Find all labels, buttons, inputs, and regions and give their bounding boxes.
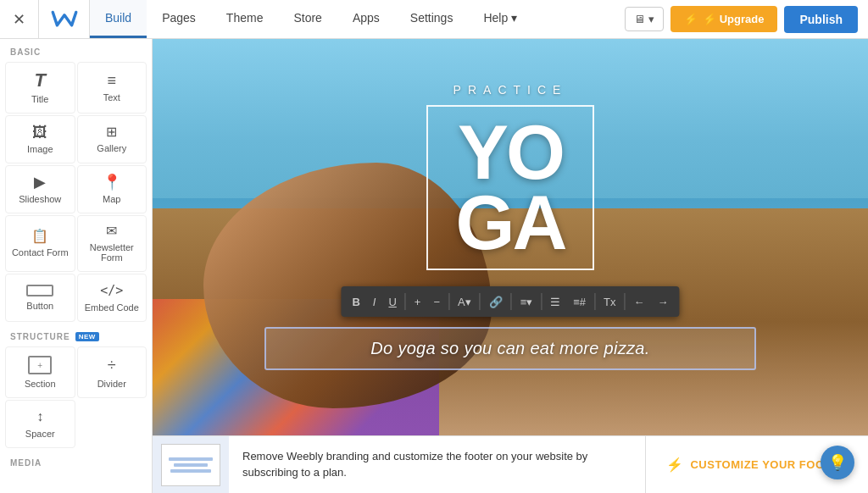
text-toolbar: B I U + − A▾ 🔗 ≡▾ ☰ ≡# Tx ← → [341, 286, 679, 317]
canvas-area: PRACTICE YOGA B I U + − A▾ 🔗 ≡▾ ☰ ≡# Tx … [153, 39, 868, 493]
toolbar-italic[interactable]: I [367, 292, 382, 312]
slideshow-label: Slideshow [19, 194, 61, 204]
toolbar-list-ordered[interactable]: ≡# [567, 292, 592, 312]
publish-button[interactable]: Publish [784, 6, 858, 33]
text-label: Text [103, 92, 120, 102]
divider-label: Divider [97, 379, 126, 389]
toolbar-align[interactable]: ≡▾ [515, 292, 539, 312]
editable-text-container[interactable]: Do yoga so you can eat more pizza. [264, 327, 756, 370]
sidebar-item-divider[interactable]: ÷ Divider [77, 346, 147, 398]
structure-label: STRUCTURE [10, 332, 70, 341]
title-icon: T [35, 71, 46, 90]
lightbulb-icon: 💡 [828, 453, 847, 472]
sidebar-item-contact-form[interactable]: 📋 Contact Form [5, 215, 75, 272]
lightning-icon: ⚡ [684, 13, 698, 25]
tab-apps[interactable]: Apps [337, 0, 395, 38]
tab-pages[interactable]: Pages [147, 0, 211, 38]
newsletter-icon: ✉ [106, 224, 117, 238]
spacer-label: Spacer [25, 429, 55, 439]
tab-settings[interactable]: Settings [395, 0, 469, 38]
nav-tabs: Build Pages Theme Store Apps Settings He… [90, 0, 615, 38]
title-label: Title [31, 94, 48, 104]
toolbar-bold[interactable]: B [346, 292, 365, 312]
sidebar-item-newsletter-form[interactable]: ✉ Newsletter Form [77, 215, 147, 272]
slideshow-icon: ▶ [34, 174, 46, 190]
footer-message: Remove Weebly branding and customize the… [229, 449, 645, 479]
map-label: Map [103, 194, 120, 204]
sidebar-item-text[interactable]: ≡ Text [77, 62, 147, 114]
image-icon: 🖼 [32, 125, 47, 140]
footer-banner: Remove Weebly branding and customize the… [153, 435, 868, 493]
toolbar-add[interactable]: + [409, 292, 427, 312]
yoga-box: YOGA [426, 105, 594, 270]
contact-form-label: Contact Form [12, 247, 69, 258]
section-label: Section [25, 379, 56, 389]
sidebar-item-map[interactable]: 📍 Map [77, 165, 147, 213]
close-button[interactable]: ✕ [0, 0, 39, 39]
embed-icon: </> [100, 283, 123, 298]
embed-label: Embed Code [85, 302, 139, 313]
tab-build[interactable]: Build [90, 0, 147, 38]
image-label: Image [27, 144, 53, 154]
editable-text: Do yoga so you can eat more pizza. [370, 339, 649, 357]
toolbar-underline[interactable]: U [382, 292, 402, 312]
upgrade-button[interactable]: ⚡ ⚡ Upgrade [670, 6, 777, 32]
sidebar-item-title[interactable]: T Title [5, 62, 75, 114]
toolbar-remove[interactable]: − [427, 292, 446, 312]
practice-text: PRACTICE [453, 83, 568, 97]
tab-store[interactable]: Store [278, 0, 337, 38]
new-badge: NEW [75, 332, 99, 341]
monitor-icon: 🖥 [634, 13, 645, 25]
divider-icon: ÷ [108, 357, 116, 374]
button-icon [26, 285, 53, 296]
tab-help[interactable]: Help ▾ [468, 0, 532, 38]
text-icon: ≡ [107, 73, 116, 88]
toolbar-link[interactable]: 🔗 [483, 292, 509, 312]
sidebar-item-slideshow[interactable]: ▶ Slideshow [5, 165, 75, 213]
contact-form-icon: 📋 [31, 230, 48, 243]
sidebar-item-spacer[interactable]: ↕ Spacer [5, 400, 75, 448]
main-layout: BASIC T Title ≡ Text 🖼 Image ⊞ Gallery [0, 39, 868, 493]
sidebar-item-section[interactable]: + Section [5, 346, 75, 398]
toolbar-clear-format[interactable]: Tx [598, 292, 621, 312]
button-label: Button [26, 301, 53, 311]
weebly-logo [39, 0, 90, 39]
sidebar-section-media: MEDIA [0, 450, 152, 471]
help-bubble[interactable]: 💡 [821, 446, 854, 479]
gallery-label: Gallery [97, 143, 126, 153]
newsletter-label: Newsletter Form [81, 242, 143, 263]
map-icon: 📍 [103, 174, 121, 190]
sidebar-item-gallery[interactable]: ⊞ Gallery [77, 115, 147, 163]
sidebar-item-image[interactable]: 🖼 Image [5, 115, 75, 163]
section-icon: + [28, 356, 52, 374]
sidebar-section-basic: BASIC [0, 39, 152, 60]
toolbar-redo[interactable]: → [652, 292, 675, 312]
sidebar: BASIC T Title ≡ Text 🖼 Image ⊞ Gallery [0, 39, 153, 493]
toolbar-undo[interactable]: ← [628, 292, 651, 312]
top-nav: ✕ Build Pages Theme Store Apps Settin [0, 0, 868, 39]
toolbar-font-color[interactable]: A▾ [452, 292, 477, 312]
footer-preview-thumbnail [153, 436, 229, 494]
sidebar-item-embed-code[interactable]: </> Embed Code [77, 274, 147, 322]
gallery-icon: ⊞ [106, 125, 117, 139]
device-selector[interactable]: 🖥 ▾ [625, 7, 664, 31]
spacer-icon: ↕ [36, 409, 43, 424]
sidebar-section-structure-header: STRUCTURE NEW [0, 324, 152, 345]
lightning-cta-icon: ⚡ [666, 457, 683, 473]
toolbar-list-unordered[interactable]: ☰ [544, 292, 566, 312]
sidebar-item-button[interactable]: Button [5, 274, 75, 322]
tab-theme[interactable]: Theme [211, 0, 279, 38]
yoga-text: YOGA [456, 118, 565, 258]
